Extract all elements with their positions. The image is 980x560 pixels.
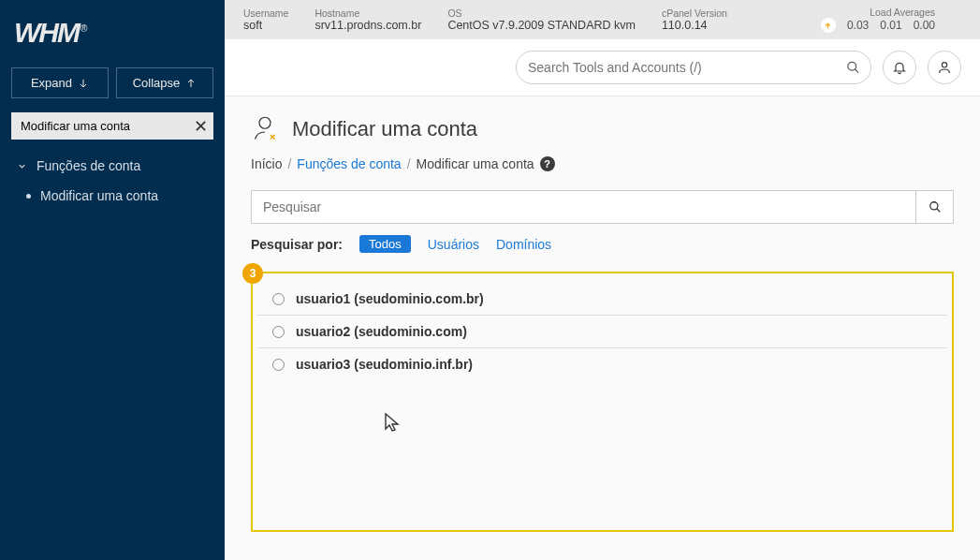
arrow-up-icon [185, 78, 197, 89]
notifications-button[interactable] [883, 51, 916, 84]
sidebar-item-modify-account[interactable]: Modificar uma conta [0, 181, 225, 211]
sidebar: WHM® Expand Collapse ✕ Fun [0, 0, 225, 560]
bullet-icon [26, 194, 31, 199]
hostname-label: Hostname [314, 7, 421, 19]
cpanel-value: 110.0.14 [662, 19, 727, 32]
arrow-down-icon [78, 78, 89, 89]
account-label: usuario2 (seudominio.com) [296, 324, 467, 339]
help-icon[interactable]: ? [540, 156, 555, 171]
username-value: soft [243, 19, 288, 32]
bell-icon [892, 60, 907, 75]
filter-all[interactable]: Todos [359, 235, 411, 253]
clear-icon[interactable]: ✕ [194, 116, 208, 137]
search-icon [929, 200, 942, 214]
radio-icon[interactable] [272, 326, 285, 338]
os-label: OS [447, 7, 636, 19]
logo-reg: ® [80, 23, 85, 34]
breadcrumb-current: Modificar uma conta [417, 156, 534, 171]
main-content: Username soft Hostname srv11.prodns.com.… [225, 0, 980, 560]
chevron-down-icon [17, 161, 27, 171]
step-badge: 3 [242, 263, 263, 284]
upload-icon [821, 18, 836, 33]
expand-button[interactable]: Expand [11, 67, 109, 98]
sidebar-search-input[interactable] [11, 112, 213, 140]
breadcrumb-group[interactable]: Funções de conta [297, 156, 401, 171]
account-row[interactable]: usuario2 (seudominio.com) [257, 316, 947, 348]
user-button[interactable] [928, 51, 961, 84]
cursor-icon [384, 412, 401, 433]
load-label: Load Averages [821, 7, 935, 18]
svg-point-3 [929, 202, 937, 210]
svg-point-0 [848, 62, 856, 70]
load-1: 0.03 [847, 19, 869, 32]
breadcrumb-sep: / [287, 156, 291, 171]
breadcrumb: Início / Funções de conta / Modificar um… [251, 156, 954, 171]
sidebar-item-label: Modificar uma conta [40, 188, 158, 203]
account-row[interactable]: usuario3 (seudominio.inf.br) [257, 348, 947, 380]
account-search-input[interactable] [251, 190, 916, 224]
account-label: usuario1 (seudominio.com.br) [296, 291, 484, 306]
account-label: usuario3 (seudominio.inf.br) [296, 357, 473, 372]
radio-icon[interactable] [272, 359, 285, 371]
logo-text: WHM [14, 17, 79, 48]
filter-domains[interactable]: Domínios [496, 237, 551, 252]
username-label: Username [243, 7, 288, 19]
filter-label: Pesquisar por: [251, 237, 343, 252]
radio-icon[interactable] [272, 293, 285, 305]
account-search-button[interactable] [916, 190, 954, 224]
os-value: CentOS v7.9.2009 STANDARD kvm [447, 19, 636, 32]
hostname-value: srv11.prodns.com.br [314, 19, 421, 32]
user-icon [937, 60, 952, 75]
account-icon [251, 115, 279, 143]
account-row[interactable]: usuario1 (seudominio.com.br) [257, 283, 947, 316]
logo: WHM® [0, 0, 225, 60]
accounts-list: 3 usuario1 (seudominio.com.br) usuario2 … [251, 272, 954, 532]
expand-label: Expand [31, 76, 72, 90]
breadcrumb-home[interactable]: Início [251, 156, 282, 171]
page-title: Modificar uma conta [292, 117, 477, 141]
main-search-input[interactable] [516, 51, 871, 84]
collapse-label: Collapse [133, 76, 181, 90]
svg-point-1 [942, 63, 946, 67]
secondbar [225, 39, 980, 96]
search-icon[interactable] [846, 61, 860, 75]
svg-point-2 [259, 117, 271, 128]
cpanel-label: cPanel Version [662, 7, 727, 19]
filter-users[interactable]: Usuários [428, 237, 479, 252]
sidebar-group-account-functions[interactable]: Funções de conta [0, 151, 225, 181]
load-2: 0.01 [880, 19, 901, 32]
sidebar-search: ✕ [11, 112, 213, 140]
load-3: 0.00 [914, 19, 935, 32]
breadcrumb-sep: / [407, 156, 411, 171]
topbar: Username soft Hostname srv11.prodns.com.… [225, 0, 980, 39]
sidebar-group-label: Funções de conta [37, 158, 140, 173]
collapse-button[interactable]: Collapse [116, 67, 213, 98]
